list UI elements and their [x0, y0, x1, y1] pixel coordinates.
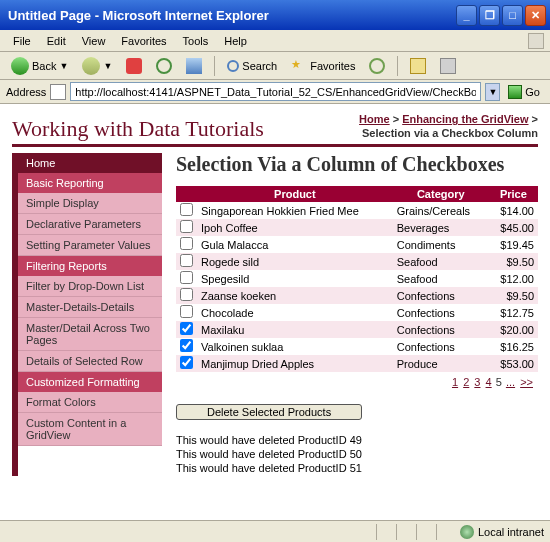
pager-page-2[interactable]: 2 — [463, 376, 469, 388]
cell-category: Confections — [393, 338, 489, 355]
restore-button[interactable]: ❐ — [479, 5, 500, 26]
menu-view[interactable]: View — [75, 33, 113, 49]
navigation-toolbar: Back ▼ ▼ Search ★ Favorites — [0, 52, 550, 80]
cell-price: $16.25 — [489, 338, 538, 355]
chevron-down-icon: ▼ — [103, 61, 112, 71]
forward-button[interactable]: ▼ — [77, 55, 117, 77]
search-button[interactable]: Search — [222, 58, 282, 74]
cell-product: Rogede sild — [197, 253, 393, 270]
row-checkbox[interactable] — [180, 271, 193, 284]
row-checkbox[interactable] — [180, 356, 193, 369]
row-checkbox[interactable] — [180, 288, 193, 301]
sidebar-item-declarative-parameters[interactable]: Declarative Parameters — [18, 214, 162, 235]
table-row: Rogede sildSeafood$9.50 — [176, 253, 538, 270]
close-button[interactable]: ✕ — [525, 5, 546, 26]
sidebar-item-simple-display[interactable]: Simple Display — [18, 193, 162, 214]
pager-page-3[interactable]: 3 — [474, 376, 480, 388]
breadcrumb-enhancing[interactable]: Enhancing the GridView — [402, 113, 528, 125]
toolbar-separator — [397, 56, 398, 76]
sidebar-section-filtering-reports[interactable]: Filtering Reports — [18, 256, 162, 276]
cell-category: Condiments — [393, 236, 489, 253]
column-header-checkbox — [176, 186, 197, 202]
sidebar-item-master-details-details[interactable]: Master-Details-Details — [18, 297, 162, 318]
menu-file[interactable]: File — [6, 33, 38, 49]
breadcrumb-home[interactable]: Home — [359, 113, 390, 125]
stop-icon — [126, 58, 142, 74]
sidebar-section-basic-reporting[interactable]: Basic Reporting — [18, 173, 162, 193]
cell-price: $14.00 — [489, 202, 538, 219]
cell-product: Spegesild — [197, 270, 393, 287]
sidebar-item-master-detail-two-pages[interactable]: Master/Detail Across Two Pages — [18, 318, 162, 351]
cell-product: Gula Malacca — [197, 236, 393, 253]
table-row: SpegesildSeafood$12.00 — [176, 270, 538, 287]
cell-product: Singaporean Hokkien Fried Mee — [197, 202, 393, 219]
history-button[interactable] — [364, 56, 390, 76]
page-title: Working with Data Tutorials — [12, 116, 353, 142]
table-row: Singaporean Hokkien Fried MeeGrains/Cere… — [176, 202, 538, 219]
table-row: ChocoladeConfections$12.75 — [176, 304, 538, 321]
search-icon — [227, 60, 239, 72]
cell-product: Ipoh Coffee — [197, 219, 393, 236]
content-heading: Selection Via a Column of Checkboxes — [176, 153, 538, 176]
menu-bar: File Edit View Favorites Tools Help — [0, 30, 550, 52]
cell-product: Valkoinen suklaa — [197, 338, 393, 355]
cell-category: Seafood — [393, 270, 489, 287]
cell-category: Confections — [393, 287, 489, 304]
security-zone: Local intranet — [478, 526, 544, 538]
cell-category: Seafood — [393, 253, 489, 270]
back-button[interactable]: Back ▼ — [6, 55, 73, 77]
minimize-button[interactable]: _ — [456, 5, 477, 26]
row-checkbox[interactable] — [180, 305, 193, 318]
column-header-product: Product — [197, 186, 393, 202]
row-checkbox[interactable] — [180, 203, 193, 216]
stop-button[interactable] — [121, 56, 147, 76]
pager: 1 2 3 4 5 ... >> — [176, 372, 538, 392]
go-button[interactable]: Go — [504, 83, 544, 101]
sidebar-item-filter-dropdown[interactable]: Filter by Drop-Down List — [18, 276, 162, 297]
pager-next[interactable]: >> — [520, 376, 533, 388]
delete-messages: This would have deleted ProductID 49This… — [176, 434, 538, 474]
table-row: Zaanse koekenConfections$9.50 — [176, 287, 538, 304]
refresh-button[interactable] — [151, 56, 177, 76]
row-checkbox[interactable] — [180, 220, 193, 233]
row-checkbox[interactable] — [180, 339, 193, 352]
mail-button[interactable] — [405, 56, 431, 76]
row-checkbox[interactable] — [180, 254, 193, 267]
menu-favorites[interactable]: Favorites — [114, 33, 173, 49]
sidebar-item-custom-content-gridview[interactable]: Custom Content in a GridView — [18, 413, 162, 446]
menu-help[interactable]: Help — [217, 33, 254, 49]
address-dropdown-icon[interactable]: ▼ — [485, 83, 500, 101]
sidebar-section-customized-formatting[interactable]: Customized Formatting — [18, 372, 162, 392]
cell-price: $20.00 — [489, 321, 538, 338]
sidebar-item-setting-parameter-values[interactable]: Setting Parameter Values — [18, 235, 162, 256]
star-icon: ★ — [291, 58, 307, 74]
home-button[interactable] — [181, 56, 207, 76]
delete-message: This would have deleted ProductID 51 — [176, 462, 538, 474]
column-header-category: Category — [393, 186, 489, 202]
pager-page-4[interactable]: 4 — [486, 376, 492, 388]
print-button[interactable] — [435, 56, 461, 76]
menu-tools[interactable]: Tools — [176, 33, 216, 49]
sidebar-item-details-selected-row[interactable]: Details of Selected Row — [18, 351, 162, 372]
row-checkbox[interactable] — [180, 322, 193, 335]
cell-category: Grains/Cereals — [393, 202, 489, 219]
address-input[interactable] — [70, 82, 481, 101]
sidebar-item-home[interactable]: Home — [18, 153, 162, 173]
maximize-button[interactable]: □ — [502, 5, 523, 26]
menu-edit[interactable]: Edit — [40, 33, 73, 49]
pager-page-current: 5 — [496, 376, 502, 388]
row-checkbox[interactable] — [180, 237, 193, 250]
page-icon — [50, 84, 66, 100]
column-header-price: Price — [489, 186, 538, 202]
print-icon — [440, 58, 456, 74]
mail-icon — [410, 58, 426, 74]
forward-icon — [82, 57, 100, 75]
pager-more[interactable]: ... — [506, 376, 515, 388]
pager-page-1[interactable]: 1 — [452, 376, 458, 388]
breadcrumb: Home > Enhancing the GridView > Selectio… — [359, 112, 538, 142]
home-icon — [186, 58, 202, 74]
sidebar-item-format-colors[interactable]: Format Colors — [18, 392, 162, 413]
delete-selected-button[interactable]: Delete Selected Products — [176, 404, 362, 420]
favorites-button[interactable]: ★ Favorites — [286, 56, 360, 76]
table-row: Valkoinen suklaaConfections$16.25 — [176, 338, 538, 355]
